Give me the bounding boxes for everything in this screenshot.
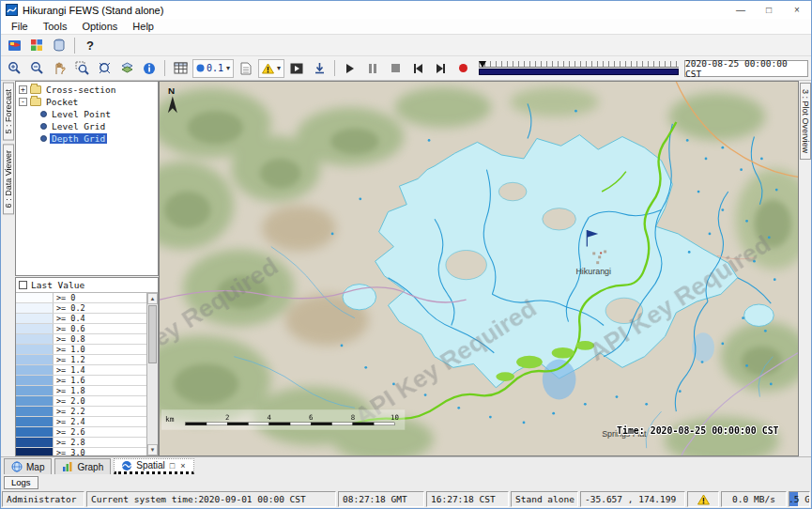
legend-value: >= 2.8 xyxy=(54,438,85,447)
tab-graph[interactable]: Graph xyxy=(54,458,111,474)
layers-icon[interactable] xyxy=(116,59,137,78)
left-tab-strip: 5 : Forecast 6 : Data Viewer xyxy=(1,81,15,456)
explorer-icon[interactable] xyxy=(4,36,24,54)
legend-panel: Last Value >= 0 >= 0.2 >= 0.4 >= 0.6 >= … xyxy=(15,277,159,456)
status-warning[interactable] xyxy=(687,491,719,507)
chart-icon xyxy=(62,461,73,472)
panel-close-icon[interactable]: × xyxy=(179,461,186,470)
menu-options[interactable]: Options xyxy=(74,21,125,32)
legend-value: >= 3.0 xyxy=(54,448,85,455)
legend-swatch xyxy=(16,293,54,302)
legend-row: >= 2.0 xyxy=(16,396,146,407)
scroll-thumb[interactable] xyxy=(148,305,157,363)
right-tab-strip: 3 : Plot Overview xyxy=(799,81,811,456)
class-break-value: 0.1 xyxy=(207,63,223,73)
document-icon[interactable] xyxy=(236,59,256,78)
menu-file[interactable]: File xyxy=(4,21,36,32)
info-icon[interactable] xyxy=(139,59,160,78)
chevron-down-icon: ▾ xyxy=(277,64,281,72)
help-button[interactable]: ? xyxy=(80,36,100,54)
stop-button[interactable] xyxy=(385,59,406,78)
class-break-icon xyxy=(196,64,205,72)
tree-node-cross-section[interactable]: + Cross-section xyxy=(16,84,158,96)
scale-unit: km xyxy=(165,415,175,424)
logs-button[interactable]: Logs xyxy=(4,476,38,489)
layer-icon xyxy=(40,123,47,130)
current-time-field[interactable]: 2020-08-25 00:00:00 CST xyxy=(684,60,808,77)
record-button[interactable] xyxy=(452,59,473,78)
last-value-checkbox[interactable] xyxy=(19,281,27,289)
tree-node-label[interactable]: Pocket xyxy=(44,97,80,107)
scroll-up-icon[interactable]: ▲ xyxy=(147,293,158,304)
legend-swatch xyxy=(16,448,54,455)
tab-forecast[interactable]: 5 : Forecast xyxy=(3,83,14,141)
time-slider[interactable] xyxy=(479,59,679,78)
tab-data-viewer[interactable]: 6 : Data Viewer xyxy=(3,144,14,214)
app-window: Hikurangi FEWS (Stand alone) — □ × File … xyxy=(0,0,812,509)
town-label-hikurangi: Hikurangi xyxy=(575,267,611,276)
menu-bar: File Tools Options Help xyxy=(1,19,811,35)
grid-display-icon[interactable] xyxy=(170,59,191,78)
tab-spatial[interactable]: Spatial □ × xyxy=(114,458,193,474)
scroll-down-icon[interactable]: ▼ xyxy=(147,444,158,455)
play-button[interactable] xyxy=(340,59,360,78)
map-view[interactable]: Hikurangi Springs Flat API Key Required … xyxy=(159,81,799,456)
download-icon[interactable] xyxy=(309,59,329,78)
pause-button[interactable] xyxy=(362,59,383,78)
folder-icon xyxy=(30,85,41,94)
expand-icon[interactable]: + xyxy=(19,85,27,94)
animation-export-icon[interactable] xyxy=(286,59,307,78)
tree-node-label[interactable]: Level Grid xyxy=(50,121,107,131)
zoom-in-icon[interactable] xyxy=(4,59,24,78)
tree-node-label[interactable]: Cross-section xyxy=(44,85,117,95)
zoom-out-icon[interactable] xyxy=(26,59,47,78)
menu-help[interactable]: Help xyxy=(125,21,161,32)
tab-map[interactable]: Map xyxy=(4,458,52,474)
skip-end-button[interactable] xyxy=(430,59,451,78)
tree-leaf-depth-grid[interactable]: Depth Grid xyxy=(16,132,158,145)
legend-row: >= 1.6 xyxy=(16,376,146,386)
close-button[interactable]: × xyxy=(783,1,811,19)
tab-graph-label: Graph xyxy=(77,462,103,472)
left-panel: + Cross-section - Pocket Level Point Lev… xyxy=(15,81,159,456)
status-memory: 2.5 GB xyxy=(789,491,810,507)
collapse-icon[interactable]: - xyxy=(19,98,27,106)
panel-maximize-icon[interactable]: □ xyxy=(169,461,176,470)
menu-tools[interactable]: Tools xyxy=(36,21,75,32)
legend-value: >= 1.0 xyxy=(54,345,85,354)
tree-node-label-selected[interactable]: Depth Grid xyxy=(50,133,107,144)
scale-tick: 4 xyxy=(268,413,272,422)
class-break-combo[interactable]: 0.1 ▾ xyxy=(192,59,234,78)
legend-swatch xyxy=(16,324,54,333)
legend-value: >= 0.6 xyxy=(54,324,85,333)
time-slider-handle[interactable] xyxy=(479,61,486,68)
legend-swatch xyxy=(16,438,54,447)
legend-value: >= 0.4 xyxy=(54,314,85,323)
layer-icon xyxy=(40,111,47,117)
minimize-button[interactable]: — xyxy=(727,1,755,19)
warning-threshold-combo[interactable]: ▾ xyxy=(258,59,284,78)
tree-node-pocket[interactable]: - Pocket xyxy=(16,96,158,108)
tab-map-label: Map xyxy=(26,462,44,472)
database-icon[interactable] xyxy=(49,36,69,54)
pan-hand-icon[interactable] xyxy=(49,59,69,78)
legend-value: >= 1.8 xyxy=(54,386,85,395)
map-display-icon[interactable] xyxy=(26,36,47,54)
tree-node-label[interactable]: Level Point xyxy=(50,109,113,119)
toolbar-separator xyxy=(334,60,335,76)
legend-row: >= 0.8 xyxy=(16,334,146,345)
legend-scrollbar[interactable]: ▲ ▼ xyxy=(146,293,158,455)
map-canvas[interactable]: Hikurangi Springs Flat API Key Required … xyxy=(160,82,798,455)
zoom-box-icon[interactable] xyxy=(71,59,92,78)
legend-row: >= 2.2 xyxy=(16,407,146,417)
tab-plot-overview[interactable]: 3 : Plot Overview xyxy=(800,83,811,160)
tree-leaf-level-grid[interactable]: Level Grid xyxy=(16,120,158,132)
skip-start-button[interactable] xyxy=(407,59,428,78)
status-mode: Stand alone xyxy=(511,491,578,507)
legend-row: >= 0.4 xyxy=(16,314,146,324)
time-slider-ticks[interactable] xyxy=(479,61,679,68)
zoom-extent-icon[interactable] xyxy=(94,59,115,78)
tree-leaf-level-point[interactable]: Level Point xyxy=(16,108,158,120)
maximize-button[interactable]: □ xyxy=(755,1,783,19)
time-span-bar[interactable] xyxy=(479,69,679,75)
